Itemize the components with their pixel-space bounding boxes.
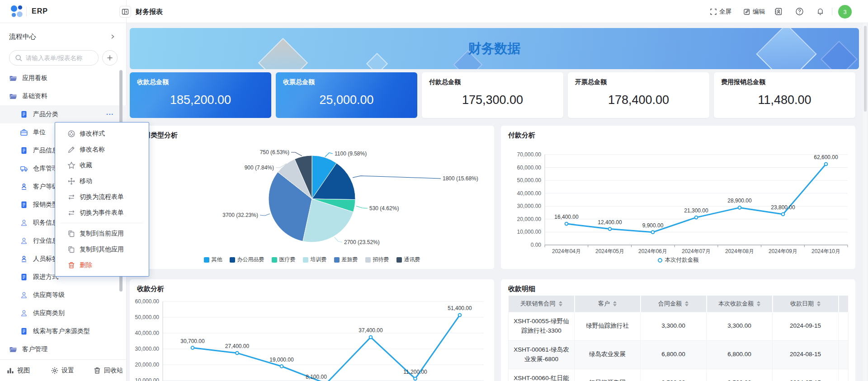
column-header-1[interactable]: 客户 — [575, 296, 641, 312]
sidebar-item-label: 供应商等级 — [33, 291, 65, 299]
column-header-3[interactable]: 本次收款金额 — [707, 296, 773, 312]
stat-card-3[interactable]: 开票总金额178,400.00 — [568, 72, 709, 118]
person-icon — [20, 237, 28, 245]
fullscreen-button[interactable]: 全屏 — [710, 0, 731, 23]
legend-item-1[interactable]: 办公用品费 — [230, 256, 264, 263]
legend-label: 招待费 — [373, 256, 389, 263]
add-form-button[interactable] — [102, 50, 118, 66]
table-row-2[interactable]: XSHT-00060-红日能源集团-2500红日能源集团2,500.002,50… — [509, 369, 849, 381]
table-cell: 2024-09-15 — [773, 312, 839, 340]
legend-swatch-icon — [272, 257, 277, 263]
sidebar-item-12[interactable]: 供应商等级 — [0, 286, 127, 304]
swap-icon — [67, 209, 75, 217]
menu-item-9[interactable]: 删除 — [55, 257, 149, 273]
sidebar-item-0[interactable]: 应用看板 — [0, 69, 127, 87]
sort-icon[interactable] — [685, 301, 689, 306]
sort-icon[interactable] — [817, 301, 821, 306]
stat-card-4[interactable]: 费用报销总金额11,480.00 — [714, 72, 855, 118]
sidebar-footer-0[interactable]: 视图 — [6, 367, 30, 375]
help-button[interactable] — [795, 0, 804, 23]
menu-item-2[interactable]: 收藏 — [55, 157, 149, 173]
context-menu: 修改样式修改名称收藏移动切换为流程表单切换为事件表单复制到当前应用复制到其他应用… — [55, 122, 149, 277]
main-scrollbar-thumb[interactable] — [864, 26, 867, 112]
sidebar-item-2[interactable]: 产品分类··· — [0, 105, 127, 123]
line-legend[interactable]: 本次付款金额 — [501, 256, 855, 264]
menu-item-4[interactable]: 切换为流程表单 — [55, 189, 149, 205]
menu-item-5[interactable]: 切换为事件表单 — [55, 205, 149, 221]
main-scrollbar[interactable] — [863, 23, 867, 381]
column-header-0[interactable]: 关联销售合同 — [509, 296, 575, 312]
menu-item-label: 复制到当前应用 — [80, 230, 124, 238]
panel-payment-analysis: 付款分析 本次付款金额 — [501, 126, 855, 269]
flow-center-label: 流程中心 — [9, 33, 109, 41]
sidebar-item-13[interactable]: 供应商类别 — [0, 304, 127, 322]
footer-label: 设置 — [61, 367, 74, 375]
menu-item-3[interactable]: 移动 — [55, 173, 149, 189]
notifications-button[interactable] — [816, 0, 825, 23]
sidebar-collapse-button[interactable] — [119, 6, 131, 18]
legend-item-2[interactable]: 医疗费 — [272, 256, 296, 263]
sidebar-item-14[interactable]: 线索与客户来源类型 — [0, 322, 127, 340]
stat-card-label: 收票总金额 — [283, 78, 315, 86]
table-cell: 6,800.00 — [641, 340, 707, 369]
legend-label: 其他 — [212, 256, 222, 263]
sort-icon[interactable] — [613, 301, 617, 306]
folder-icon — [9, 74, 17, 82]
legend-item-4[interactable]: 差旅费 — [334, 256, 358, 263]
menu-item-label: 修改名称 — [80, 146, 105, 154]
sidebar-item-15[interactable]: 客户管理 — [0, 340, 127, 358]
menu-item-8[interactable]: 复制到其他应用 — [55, 241, 149, 257]
legend-label: 本次付款金额 — [665, 256, 699, 264]
table-row-0[interactable]: XSHT-00055-绿野仙踪旅行社-3300绿野仙踪旅行社3,300.003,… — [509, 312, 849, 340]
receipt-detail-table: 关联销售合同客户合同金额本次收款金额收款日期 XSHT-00055-绿野仙踪旅行… — [508, 296, 849, 381]
legend-swatch-icon — [230, 257, 235, 263]
pie-legend: 其他办公用品费医疗费培训费差旅费招待费通讯费 — [130, 256, 494, 263]
app-logo-text: ERP — [32, 7, 48, 15]
help-icon — [795, 7, 804, 16]
column-header-4[interactable]: 收款日期 — [773, 296, 839, 312]
sort-icon[interactable] — [757, 301, 760, 306]
folder-icon — [9, 345, 17, 353]
avatar[interactable]: 3 — [838, 5, 852, 19]
sidebar-collapse-icon — [122, 8, 129, 15]
sidebar-item-flow-center[interactable]: 流程中心 — [0, 29, 127, 44]
legend-item-0[interactable]: 其他 — [204, 256, 222, 263]
legend-item-6[interactable]: 通讯费 — [396, 256, 420, 263]
edit-icon — [743, 8, 750, 15]
panel-expense-type-analysis: 费用类型分析 其他办公用品费医疗费培训费差旅费招待费通讯费 — [130, 126, 494, 269]
table-cell-spacer — [839, 312, 849, 340]
stat-card-1[interactable]: 收票总金额25,000.00 — [276, 72, 417, 118]
sidebar-footer-2[interactable]: 回收站 — [93, 367, 123, 375]
stat-card-label: 开票总金额 — [575, 78, 607, 86]
table-row-1[interactable]: XSHT-00061-绿岛农业发展-6800绿岛农业发展6,800.006,80… — [509, 340, 849, 369]
legend-swatch-icon — [204, 257, 209, 263]
stat-card-2[interactable]: 付款总金额175,300.00 — [422, 72, 563, 118]
column-header-label: 合同金额 — [658, 300, 682, 308]
more-actions-icon[interactable]: ··· — [106, 111, 114, 118]
legend-item-5[interactable]: 招待费 — [365, 256, 389, 263]
legend-label: 差旅费 — [342, 256, 358, 263]
table-cell: 2,500.00 — [641, 369, 707, 381]
logo-zone: ERP — [0, 0, 127, 23]
sidebar-item-1[interactable]: 基础资料 — [0, 87, 127, 105]
sort-icon[interactable] — [559, 301, 562, 306]
search-input[interactable] — [26, 51, 96, 65]
briefcase-icon — [20, 128, 28, 136]
edit-button[interactable]: 编辑 — [743, 0, 765, 23]
column-header-2[interactable]: 合同金额 — [641, 296, 707, 312]
legend-label: 培训费 — [311, 256, 327, 263]
table-cell: 2,500.00 — [707, 369, 773, 381]
menu-item-7[interactable]: 复制到当前应用 — [55, 226, 149, 241]
page-title: 财务报表 — [136, 8, 163, 16]
stat-card-0[interactable]: 收款总金额185,200.00 — [130, 72, 271, 118]
menu-item-0[interactable]: 修改样式 — [55, 126, 149, 141]
contacts-button[interactable] — [774, 0, 783, 23]
sidebar-item-label: 产品分类 — [33, 110, 58, 118]
swap-icon — [67, 193, 75, 201]
truck-icon — [20, 165, 28, 173]
legend-item-3[interactable]: 培训费 — [303, 256, 327, 263]
search-icon — [15, 54, 23, 62]
table-cell: XSHT-00055-绿野仙踪旅行社-3300 — [509, 312, 575, 340]
sidebar-footer-1[interactable]: 设置 — [51, 367, 74, 375]
menu-item-1[interactable]: 修改名称 — [55, 141, 149, 157]
